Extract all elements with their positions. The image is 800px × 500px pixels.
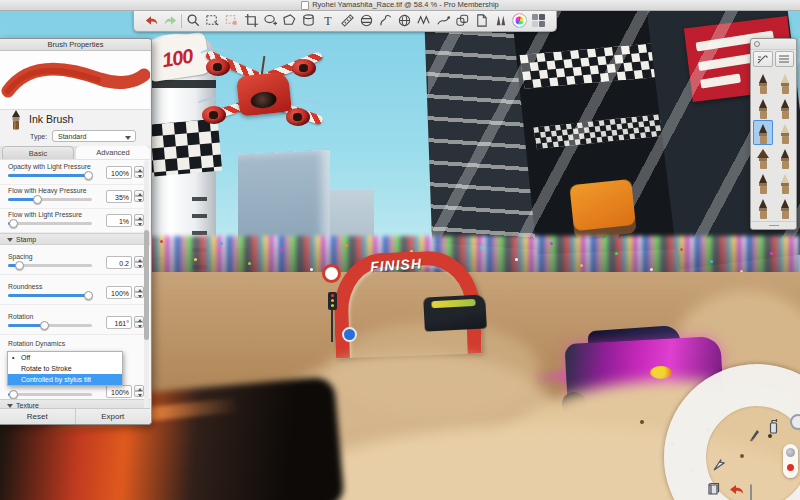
steady-stroke-icon[interactable] xyxy=(435,12,451,30)
palette-header[interactable] xyxy=(751,39,796,50)
panel-body: Opacity with Light Pressure 100% Flow wi… xyxy=(0,160,150,410)
stepper[interactable] xyxy=(134,286,144,299)
stepper[interactable] xyxy=(134,316,144,329)
text-tool-icon[interactable]: T xyxy=(320,12,336,30)
slider-track[interactable] xyxy=(8,393,92,396)
paste-selection-icon[interactable] xyxy=(224,12,240,30)
slider-track[interactable] xyxy=(8,222,92,225)
lasso-add-icon[interactable] xyxy=(262,12,278,30)
symmetry-icon[interactable] xyxy=(790,414,800,430)
slider-track[interactable] xyxy=(8,264,92,267)
brush-thumb[interactable] xyxy=(775,95,795,120)
export-button[interactable]: Export xyxy=(76,409,151,424)
slider-row: Rotation 161° xyxy=(0,310,150,335)
drone-rotor-pod xyxy=(286,108,310,126)
ellipse-guide-icon[interactable] xyxy=(358,12,374,30)
stepper[interactable] xyxy=(134,190,144,203)
zoom-tool-icon[interactable] xyxy=(186,12,202,30)
brush-thumb[interactable] xyxy=(775,70,795,95)
brush-palette xyxy=(750,38,797,230)
brush-thumb[interactable] xyxy=(775,120,795,145)
slider-row: Flow with Heavy Pressure 35% xyxy=(0,184,150,209)
painting-car-center xyxy=(423,294,487,331)
brush-thumb[interactable] xyxy=(753,195,773,220)
stepper-down-icon xyxy=(134,172,144,178)
brush-grid xyxy=(753,70,795,222)
slider-value[interactable]: 100% xyxy=(106,385,132,398)
brush-thumb[interactable] xyxy=(753,145,773,170)
slider-track[interactable] xyxy=(8,198,92,201)
brush-type-select[interactable]: Standard xyxy=(52,130,136,142)
eraser-icon[interactable] xyxy=(750,485,752,500)
rotation-dynamics-label: Rotation Dynamics xyxy=(8,340,65,347)
slider-track[interactable] xyxy=(8,294,92,297)
undo-icon[interactable] xyxy=(728,482,744,500)
duplicate-shapes-icon[interactable] xyxy=(454,12,470,30)
ruler-icon[interactable] xyxy=(339,12,355,30)
menu-item-controlled-by-stylus-tilt[interactable]: Controlled by stylus tilt xyxy=(8,374,122,385)
stepper[interactable] xyxy=(134,214,144,227)
brush-color-puck[interactable] xyxy=(783,444,798,478)
polygon-select-icon[interactable] xyxy=(282,12,298,30)
brush-thumb[interactable] xyxy=(775,145,795,170)
undo-icon[interactable] xyxy=(143,12,159,30)
slider-track[interactable] xyxy=(8,174,92,177)
brush-icon[interactable] xyxy=(748,426,762,446)
menu-item-off[interactable]: •Off xyxy=(8,352,122,363)
stepper[interactable] xyxy=(134,385,144,398)
predictive-stroke-icon[interactable] xyxy=(416,12,432,30)
panel-title[interactable]: Brush Properties xyxy=(0,39,151,51)
transform-icon[interactable] xyxy=(301,12,317,30)
section-header-stamp[interactable]: Stamp xyxy=(0,233,150,245)
current-color-swatch[interactable] xyxy=(787,464,794,471)
palette-resize-handle[interactable] xyxy=(751,221,796,229)
brush-thumb-selected[interactable] xyxy=(753,120,773,145)
window-title: Ryohei Yamashita_Race.tif @ 58.4 % - Pro… xyxy=(312,0,499,10)
swatches-icon[interactable] xyxy=(531,12,547,30)
reset-button[interactable]: Reset xyxy=(0,409,75,424)
tab-basic[interactable]: Basic xyxy=(2,146,74,159)
brush-thumb[interactable] xyxy=(775,195,795,220)
drone-rotor-pod xyxy=(206,58,230,76)
marquee-select-icon[interactable] xyxy=(205,12,221,30)
brush-name: Ink Brush xyxy=(29,113,73,125)
french-curve-icon[interactable] xyxy=(377,12,393,30)
brush-thumb[interactable] xyxy=(753,70,773,95)
brush-library-icon[interactable] xyxy=(493,12,509,30)
menu-item-rotate-to-stroke[interactable]: Rotate to Stroke xyxy=(8,363,122,374)
brush-edit-button[interactable] xyxy=(753,51,773,67)
slider-value[interactable]: 0.2 xyxy=(106,256,132,269)
slider-value[interactable]: 35% xyxy=(106,190,132,203)
no-entry-sign xyxy=(322,264,341,283)
window-titlebar[interactable]: Ryohei Yamashita_Race.tif @ 58.4 % - Pro… xyxy=(0,0,800,11)
gear-icon[interactable] xyxy=(754,41,760,47)
crop-icon[interactable] xyxy=(243,12,259,30)
stepper[interactable] xyxy=(134,256,144,269)
color-wheel-icon[interactable] xyxy=(512,12,528,30)
tab-advanced[interactable]: Advanced xyxy=(76,146,150,159)
move-canvas-icon[interactable] xyxy=(712,458,727,477)
fill-layer-icon[interactable] xyxy=(473,12,489,30)
layers-icon[interactable] xyxy=(707,482,721,500)
slider-row: Roundness 100% xyxy=(0,280,150,305)
slider-value[interactable]: 100% xyxy=(106,286,132,299)
slider-row: Opacity with Light Pressure 100% xyxy=(0,160,150,185)
panel-scrollbar[interactable] xyxy=(144,160,149,410)
chevron-down-icon xyxy=(125,136,131,140)
airbrush-icon[interactable] xyxy=(767,418,780,439)
scrollbar-thumb[interactable] xyxy=(144,230,149,340)
slider-value[interactable]: 100% xyxy=(106,166,132,179)
redo-icon[interactable] xyxy=(162,12,178,30)
perspective-guide-icon[interactable] xyxy=(397,12,413,30)
brush-thumb[interactable] xyxy=(753,95,773,120)
brush-list-button[interactable] xyxy=(775,51,795,67)
drone-rotor-pod xyxy=(292,59,316,77)
slider-value[interactable]: 1% xyxy=(106,214,132,227)
slider-track[interactable] xyxy=(8,324,92,327)
stepper[interactable] xyxy=(134,166,144,179)
painting-drone xyxy=(236,71,292,116)
slider-value[interactable]: 161° xyxy=(106,316,132,329)
brush-thumb[interactable] xyxy=(775,170,795,195)
rotation-dynamics-menu: •Off Rotate to Stroke Controlled by styl… xyxy=(7,351,123,386)
brush-thumb[interactable] xyxy=(753,170,773,195)
